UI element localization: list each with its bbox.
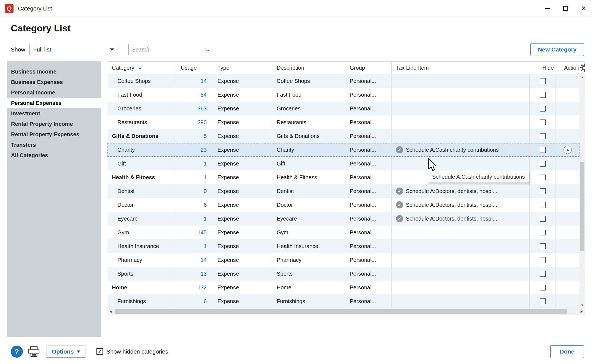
table-row[interactable]: Groceries363ExpenseGroceriesPersonal... [107,102,579,115]
tax-line-cell [392,129,530,143]
table-row[interactable]: Home132ExpenseHomePersonal... [107,281,579,294]
usage-count[interactable]: 14 [176,253,213,267]
maximize-button[interactable] [556,0,575,17]
sidebar-item-business-expenses[interactable]: Business Expenses [7,77,101,87]
tax-check-icon: ✓ [396,188,403,195]
usage-count[interactable]: 1 [176,157,213,170]
scroll-right-icon[interactable]: ▶ [578,308,585,315]
table-row[interactable]: Gift1ExpenseGiftPersonal... [107,157,579,170]
column-header-category[interactable]: Category ▲ [107,62,176,74]
sidebar-item-investment[interactable]: Investment [7,108,101,119]
category-list-window: { "window": { "title": "Category List", … [0,0,593,364]
usage-count[interactable]: 84 [176,88,213,102]
options-button[interactable]: Options [47,346,85,358]
hide-checkbox[interactable] [540,285,546,290]
usage-count[interactable]: 0 [176,184,213,198]
usage-count[interactable]: 145 [176,226,213,239]
hide-checkbox[interactable] [540,243,546,249]
table-row[interactable]: Charity23ExpenseCharityPersonal...✓Sched… [107,143,579,157]
minimize-button[interactable] [538,0,556,17]
usage-count[interactable]: 6 [176,294,213,308]
hide-checkbox[interactable] [540,230,546,235]
table-row[interactable]: Dentist0ExpenseDentistPersonal...✓Schedu… [107,184,579,198]
show-hidden-label: Show hidden categories [106,348,168,355]
hide-checkbox[interactable] [540,202,546,208]
show-filter-dropdown[interactable]: Full list [29,44,117,55]
scroll-down-icon[interactable]: ▼ [579,302,585,308]
vertical-scrollbar[interactable]: ▲ ▼ [579,74,585,308]
hide-checkbox[interactable] [540,271,546,277]
table-row[interactable]: Sports13ExpenseSportsPersonal... [107,267,579,281]
sidebar-item-personal-expenses[interactable]: Personal Expenses [7,98,101,108]
row-action-button[interactable]: ▶ [564,146,572,154]
show-hidden-checkbox[interactable]: ✓ [96,348,103,355]
column-header-hide[interactable]: Hide [535,62,561,74]
main-area: Business IncomeBusiness ExpensesPersonal… [7,61,585,337]
category-cell: Charity [107,143,176,157]
hide-checkbox[interactable] [540,119,546,125]
hide-checkbox[interactable] [540,216,546,222]
sidebar-item-all-categories[interactable]: All Categories [7,150,101,161]
sidebar-item-rental-property-income[interactable]: Rental Property Income [7,119,101,129]
hide-checkbox[interactable] [540,78,546,84]
table-row[interactable]: Furnishings6ExpenseFurnishingsPersonal..… [107,294,579,308]
done-button[interactable]: Done [550,345,584,358]
hide-checkbox[interactable] [540,175,546,180]
horizontal-scroll-thumb[interactable] [115,309,567,314]
table-row[interactable]: Pharmacy14ExpensePharmacyPersonal... [107,253,579,267]
search-input[interactable] [132,47,205,53]
usage-count[interactable]: 1 [176,170,213,184]
sidebar-item-business-income[interactable]: Business Income [7,66,101,77]
table-row[interactable]: Restaurants290ExpenseRestaurantsPersonal… [107,115,579,129]
column-header-type[interactable]: Type [213,62,272,74]
table-row[interactable]: Gifts & Donations5ExpenseGifts & Donatio… [107,129,579,143]
scroll-left-icon[interactable]: ◀ [107,308,114,315]
table-row[interactable]: Gym145ExpenseGymPersonal... [107,226,579,239]
hide-checkbox[interactable] [540,92,546,98]
usage-count[interactable]: 290 [176,115,213,129]
hide-checkbox[interactable] [540,147,546,153]
print-button[interactable] [28,346,40,357]
table-row[interactable]: Eyecare1ExpenseEyecarePersonal...✓Schedu… [107,212,579,226]
hide-checkbox[interactable] [540,106,546,112]
help-button[interactable]: ? [11,346,23,358]
gear-icon[interactable] [580,64,585,72]
vertical-scroll-thumb[interactable] [580,162,584,251]
hide-checkbox[interactable] [540,257,546,263]
horizontal-scroll-track[interactable] [114,308,578,315]
scroll-up-icon[interactable]: ▲ [579,74,585,80]
close-button[interactable]: ✕ [575,0,593,17]
usage-count[interactable]: 363 [176,102,213,115]
usage-count[interactable]: 6 [176,198,213,212]
usage-count[interactable]: 5 [176,129,213,143]
hide-checkbox[interactable] [540,298,546,304]
usage-count[interactable]: 1 [176,239,213,253]
hide-checkbox[interactable] [540,188,546,194]
hide-checkbox[interactable] [540,133,546,139]
usage-count[interactable]: 14 [176,74,213,88]
table-row[interactable]: Fast Food84ExpenseFast FoodPersonal... [107,88,579,102]
table-row[interactable]: Coffee Shops14ExpenseCoffee ShopsPersona… [107,74,579,88]
new-category-button[interactable]: New Category [530,43,584,56]
usage-count[interactable]: 132 [176,281,213,294]
hide-cell [530,88,556,102]
sidebar-item-rental-property-expenses[interactable]: Rental Property Expenses [7,129,101,140]
column-header-tax-line[interactable]: Tax Line Item [392,62,535,74]
sidebar-item-transfers[interactable]: Transfers [7,140,101,150]
usage-count[interactable]: 1 [176,212,213,226]
horizontal-scrollbar[interactable]: ◀ ▶ [107,308,585,315]
column-header-action[interactable]: Action [561,62,585,74]
table-row[interactable]: Doctor6ExpenseDoctorPersonal...✓Schedule… [107,198,579,212]
vertical-scroll-track[interactable] [579,80,585,302]
search-box[interactable] [128,44,213,55]
sidebar-item-personal-income[interactable]: Personal Income [7,87,101,98]
column-header-usage[interactable]: Usage [176,62,213,74]
column-header-description[interactable]: Description [272,62,345,74]
column-header-group[interactable]: Group [345,62,392,74]
usage-count[interactable]: 13 [176,267,213,281]
tax-line-text: Schedule A:Cash charity contributions [406,147,499,153]
table-row[interactable]: Health Insurance1ExpenseHealth Insurance… [107,239,579,253]
usage-count[interactable]: 23 [176,143,213,157]
category-cell: Coffee Shops [107,74,176,88]
hide-checkbox[interactable] [540,161,546,167]
